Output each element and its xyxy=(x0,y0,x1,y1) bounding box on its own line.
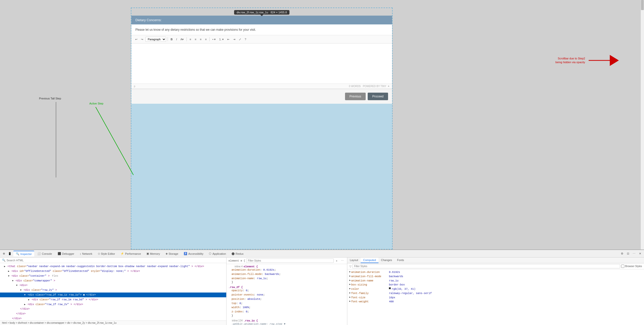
arrow-head xyxy=(610,55,619,66)
fullscreen-button[interactable]: ⤢ xyxy=(238,37,242,42)
align-right-button[interactable]: ≡ xyxy=(199,37,203,41)
devtools-more[interactable]: ⋯ xyxy=(631,251,637,256)
devtools-settings[interactable]: ⚙ xyxy=(620,251,625,256)
computed-toolbar: ▽ Browser Styles xyxy=(347,263,644,269)
styles-panel: element ⊕ { + ⋯ inline:4 element { anima… xyxy=(226,258,347,325)
prop-animation-fill-mode: animation-fill-mode : backwards ; xyxy=(232,272,345,276)
scrollbar-right[interactable] xyxy=(640,0,644,249)
editor-content[interactable] xyxy=(131,44,392,84)
collapse-icon-6[interactable] xyxy=(20,288,21,292)
devtools-responsive[interactable]: 📱 xyxy=(7,251,13,256)
tab-storage[interactable]: ◈ Storage xyxy=(163,251,181,256)
paragraph-select[interactable]: Paragraph xyxy=(145,37,166,42)
indent-left-button[interactable]: ⇤ xyxy=(226,37,231,42)
storage-icon: ◈ xyxy=(166,252,168,255)
collapse-icon-5[interactable] xyxy=(16,284,17,287)
html-line-6[interactable]: <div class="rsw_2y" > xyxy=(0,288,226,293)
html-line-5[interactable]: <div> xyxy=(0,283,226,288)
styles-content: inline:4 element { animation-duration : … xyxy=(226,264,347,325)
tab-application[interactable]: ⬡ Application xyxy=(206,251,229,256)
highlight-button[interactable]: A▾ xyxy=(179,37,185,42)
align-center-button[interactable]: ≡ xyxy=(194,37,198,41)
html-line-8[interactable]: <div class="rsw_2f rsw_1m rsw_bd" > </di… xyxy=(0,297,226,302)
previous-button[interactable]: Previous xyxy=(345,93,366,100)
redux-label: Redux xyxy=(236,252,244,255)
collapse-icon-4[interactable] xyxy=(12,279,13,283)
element-indicator: element ⊕ { xyxy=(229,259,245,262)
styles-more[interactable]: ⋯ xyxy=(340,258,345,263)
light-blue-area xyxy=(131,104,392,249)
tab-accessibility[interactable]: ♿ Accessibility xyxy=(181,251,206,256)
subtab-fonts[interactable]: Fonts xyxy=(395,258,407,263)
performance-label: Performance xyxy=(125,252,141,255)
html-line-3[interactable]: <div class="container" > Flex xyxy=(0,274,226,278)
tab-memory[interactable]: ▣ Memory xyxy=(144,251,163,256)
network-label: Network xyxy=(82,252,92,255)
html-line-7-selected[interactable]: <div class="rsw_2f rsw_1z rsw_1u"> ◼ </d… xyxy=(0,293,226,297)
storage-label: Storage xyxy=(169,252,178,255)
html-line-1[interactable]: <that class="navbar navbar-expand-sm nav… xyxy=(0,264,226,269)
tab-network[interactable]: ↕ Network xyxy=(77,251,95,256)
collapse-icon-9[interactable] xyxy=(24,303,25,306)
tab-console[interactable]: ⬜ Console xyxy=(35,251,54,256)
prev-step-line xyxy=(56,102,56,177)
tab-debugger[interactable]: ⬛ Debugger xyxy=(55,251,77,256)
breadcrumb: html > body > div#root > div.container >… xyxy=(0,320,226,325)
subtab-computed[interactable]: Computed xyxy=(361,258,378,263)
align-justify-button[interactable]: ≡ xyxy=(204,37,208,41)
scrollbar-thumb[interactable] xyxy=(641,0,644,10)
subtab-changes[interactable]: Changes xyxy=(378,258,395,263)
accessibility-label: Accessibility xyxy=(188,252,203,255)
add-style-rule[interactable]: + xyxy=(335,259,339,263)
html-line-2[interactable]: <div id="OfflineDetected" class="Offline… xyxy=(0,269,226,274)
css-selector-3: .rsw_1u { xyxy=(244,319,258,322)
browser-styles-label[interactable]: Browser Styles xyxy=(621,265,642,268)
indent-right-button[interactable]: ⇥ xyxy=(232,37,237,42)
tab-inspector[interactable]: 🔍 Inspector xyxy=(13,251,34,257)
numbered-list-button[interactable]: 1. ▾ xyxy=(218,37,225,42)
proceed-button[interactable]: Proceed xyxy=(368,93,388,100)
computed-prop-fontweight: ▶ font-weight 400 xyxy=(349,300,642,304)
inspector-label: Inspector xyxy=(20,252,32,256)
tab-redux[interactable]: ⬤ Redux xyxy=(229,251,246,256)
active-step-annotation: Active Step xyxy=(89,102,103,105)
tab-style-editor[interactable]: ◇ Style Editor xyxy=(95,251,118,256)
html-line-4[interactable]: <div class="comwrapper" > xyxy=(0,278,226,283)
css-block-2: opacity : 0; pointer-events : none; posi… xyxy=(229,289,345,314)
tooltip-dimensions: 824 × 1455.8 xyxy=(271,11,287,14)
form-header: Dietary Concerns: xyxy=(131,16,392,24)
bullet-list-button[interactable]: • ▾ xyxy=(211,37,217,42)
collapse-icon-2[interactable] xyxy=(8,270,9,273)
computed-prop-fontfamily: ▶ font-family raleway-regular, sans-seri… xyxy=(349,292,642,296)
devtools-close[interactable]: ✕ xyxy=(638,251,642,256)
breadcrumb-content[interactable]: html > body > div#root > div.container >… xyxy=(2,321,117,324)
align-left-button[interactable]: ≡ xyxy=(188,37,192,41)
collapse-icon-8[interactable] xyxy=(28,298,29,302)
devtools-dock[interactable]: ⊡ xyxy=(626,251,630,256)
collapse-icon-1[interactable] xyxy=(4,265,5,268)
redo-button[interactable]: ↪ xyxy=(140,37,144,42)
browser-styles-checkbox[interactable] xyxy=(621,265,624,268)
filter-computed-input[interactable] xyxy=(352,264,620,268)
computed-prop-anim-fill: ▶ animation-fill-mode backwards xyxy=(349,275,642,279)
css-rule-rsw2f: .rsw_2f { opacity : 0; pointer-events : … xyxy=(229,286,345,317)
html-line-12: </div> xyxy=(0,316,226,320)
filter-styles-input[interactable] xyxy=(246,259,334,263)
computed-prop-anim-name: ▶ animation-name rsw_1u xyxy=(349,279,642,283)
scrollbar-annotation-text: Scrollbar due to Step2 being hidden via … xyxy=(555,57,585,64)
bold-button[interactable]: B xyxy=(169,37,174,41)
search-html-input[interactable] xyxy=(7,259,57,262)
html-line-9[interactable]: <div class="rsw_2f rsw_2v" > </div> xyxy=(0,302,226,307)
subtab-layout[interactable]: Layout xyxy=(347,258,361,263)
devtools-action-icons: ⚙ ⊡ ⋯ ✕ xyxy=(620,251,642,256)
html-tree: <that class="navbar navbar-expand-sm nav… xyxy=(0,263,226,320)
collapse-icon-7[interactable] xyxy=(24,293,25,297)
redux-icon: ⬤ xyxy=(232,252,235,255)
italic-button[interactable]: I xyxy=(175,37,178,41)
help-button[interactable]: ? xyxy=(243,37,247,41)
devtools-pick-element[interactable]: ⊕ xyxy=(2,251,6,256)
undo-button[interactable]: ↩ xyxy=(134,37,139,42)
tab-performance[interactable]: ⚡ Performance xyxy=(118,251,143,256)
collapse-icon-3[interactable] xyxy=(8,274,9,278)
css-rule-element: inline:4 element { animation-duration : … xyxy=(229,265,345,284)
